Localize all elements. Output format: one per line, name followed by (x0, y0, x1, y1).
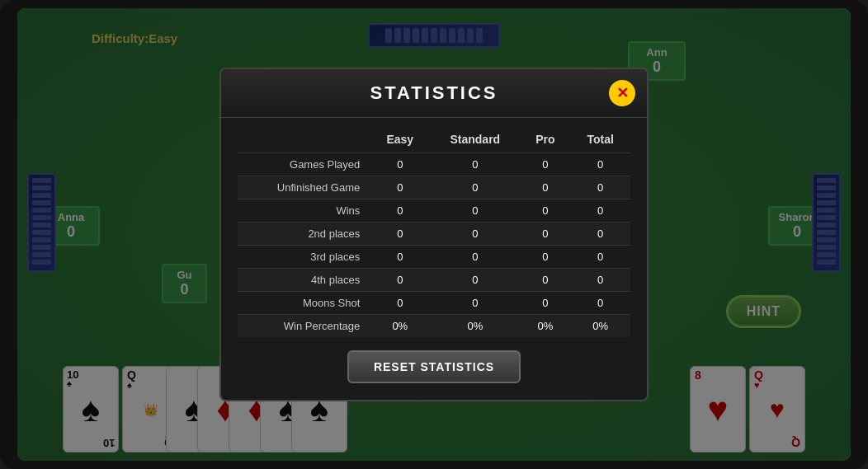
stats-row-easy: 0 (370, 153, 430, 176)
col-total: Total (570, 126, 630, 153)
stats-row-standard: 0 (430, 269, 520, 292)
stats-row-standard: 0 (430, 292, 520, 315)
stats-table: Easy Standard Pro Total Games Played 0 0… (238, 126, 630, 337)
stats-row-1: Unfinished Game 0 0 0 0 (238, 176, 630, 199)
stats-row-4: 3rd places 0 0 0 0 (238, 246, 630, 269)
stats-row-easy: 0 (370, 292, 430, 315)
stats-row-pro: 0 (520, 223, 570, 246)
close-button[interactable]: ✕ (609, 80, 635, 106)
col-pro: Pro (520, 126, 570, 153)
device-frame: Difficulty:Easy Ann 0 Anna (0, 0, 868, 469)
stats-row-pro: 0 (520, 153, 570, 176)
stats-row-total: 0 (570, 292, 630, 315)
stats-row-easy: 0 (370, 223, 430, 246)
stats-row-2: Wins 0 0 0 0 (238, 199, 630, 223)
stats-row-easy: 0 (370, 269, 430, 292)
stats-table-header: Easy Standard Pro Total (238, 126, 630, 153)
stats-row-standard: 0 (430, 153, 520, 176)
stats-row-standard: 0 (430, 176, 520, 199)
stats-row-pro: 0 (520, 269, 570, 292)
stats-row-pro: 0 (520, 292, 570, 315)
col-standard: Standard (430, 126, 520, 153)
col-label (238, 126, 370, 153)
stats-table-body: Games Played 0 0 0 0 Unfinished Game 0 0… (238, 153, 630, 338)
stats-row-7: Win Percentage 0% 0% 0% 0% (238, 315, 630, 338)
stats-row-standard: 0 (430, 199, 520, 223)
stats-row-total: 0 (570, 199, 630, 223)
modal-overlay: STATISTICS ✕ Easy Standard Pro Total (17, 8, 851, 461)
stats-row-label: 3rd places (238, 246, 370, 269)
stats-row-standard: 0% (430, 315, 520, 338)
stats-row-pro: 0 (520, 199, 570, 223)
stats-row-pro: 0 (520, 176, 570, 199)
modal-body: Easy Standard Pro Total Games Played 0 0… (221, 118, 647, 400)
stats-row-5: 4th places 0 0 0 0 (238, 269, 630, 292)
stats-row-total: 0 (570, 223, 630, 246)
stats-row-label: Moons Shot (238, 292, 370, 315)
stats-row-standard: 0 (430, 246, 520, 269)
stats-row-label: Win Percentage (238, 315, 370, 338)
game-background: Difficulty:Easy Ann 0 Anna (17, 8, 851, 461)
reset-statistics-button[interactable]: RESET STATISTICS (347, 350, 521, 383)
stats-row-pro: 0% (520, 315, 570, 338)
stats-row-label: 2nd places (238, 223, 370, 246)
stats-row-label: 4th places (238, 269, 370, 292)
col-easy: Easy (370, 126, 430, 153)
stats-row-pro: 0 (520, 246, 570, 269)
stats-row-standard: 0 (430, 223, 520, 246)
stats-row-easy: 0 (370, 246, 430, 269)
stats-row-total: 0 (570, 246, 630, 269)
stats-row-label: Unfinished Game (238, 176, 370, 199)
reset-button-container: RESET STATISTICS (238, 350, 630, 383)
statistics-modal: STATISTICS ✕ Easy Standard Pro Total (219, 68, 649, 401)
stats-row-total: 0% (570, 315, 630, 338)
stats-row-3: 2nd places 0 0 0 0 (238, 223, 630, 246)
stats-row-total: 0 (570, 153, 630, 176)
modal-title: STATISTICS (238, 82, 630, 104)
stats-row-label: Wins (238, 199, 370, 223)
modal-header: STATISTICS ✕ (221, 69, 647, 118)
stats-row-total: 0 (570, 176, 630, 199)
stats-row-0: Games Played 0 0 0 0 (238, 153, 630, 176)
stats-row-easy: 0 (370, 176, 430, 199)
stats-row-easy: 0 (370, 199, 430, 223)
stats-row-label: Games Played (238, 153, 370, 176)
stats-row-6: Moons Shot 0 0 0 0 (238, 292, 630, 315)
stats-row-total: 0 (570, 269, 630, 292)
stats-row-easy: 0% (370, 315, 430, 338)
